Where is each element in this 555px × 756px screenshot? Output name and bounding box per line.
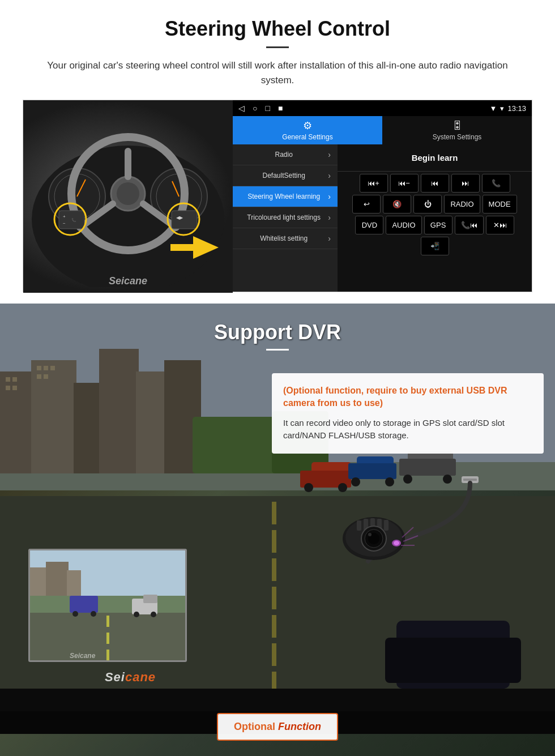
steering-section: Steering Wheel Control Your original car… bbox=[0, 0, 555, 304]
system-settings-icon: 🎛 bbox=[452, 120, 462, 132]
android-statusbar: ◁ ○ □ ■ ▼ ▾ 13:13 bbox=[233, 100, 532, 116]
menu-item-whitelist[interactable]: Whitelist setting › bbox=[233, 228, 338, 249]
control-row-3: DVD AUDIO GPS 📞⏮ ✕⏭ bbox=[340, 216, 530, 234]
general-settings-icon: ⚙ bbox=[303, 119, 312, 132]
optional-function-badge: Optional Function bbox=[217, 713, 338, 741]
ctrl-vol-minus[interactable]: ⏮− bbox=[390, 174, 419, 193]
ctrl-vol-plus[interactable]: ⏮+ bbox=[360, 174, 388, 193]
android-content: Radio › DefaultSetting › Steering Wheel … bbox=[233, 144, 532, 292]
svg-rect-22 bbox=[170, 244, 193, 251]
dvr-camera-thumbnail: Seicane bbox=[28, 549, 187, 662]
svg-rect-68 bbox=[30, 567, 47, 596]
control-row-4: 📲 bbox=[340, 237, 530, 255]
ctrl-mode[interactable]: MODE bbox=[483, 195, 517, 213]
steering-photo-inner: + − 📞 ◀▶ Seicane bbox=[23, 100, 233, 293]
svg-point-82 bbox=[91, 611, 96, 617]
svg-rect-71 bbox=[30, 596, 187, 613]
dvr-title: Support DVR bbox=[214, 321, 341, 344]
dvr-content: Support DVR bbox=[0, 304, 555, 756]
tab-general-label: General Settings bbox=[282, 133, 332, 141]
svg-text:◀▶: ◀▶ bbox=[176, 215, 183, 220]
menu-item-tricoloured[interactable]: Tricoloured light settings › bbox=[233, 207, 338, 228]
function-label: Function bbox=[278, 721, 321, 732]
optional-function-text: Optional Function bbox=[234, 721, 321, 732]
svg-rect-80 bbox=[70, 596, 98, 613]
steering-wheel-svg: + − 📞 ◀▶ bbox=[32, 106, 224, 287]
ctrl-extra[interactable]: 📲 bbox=[421, 237, 449, 255]
menu-tricoloured-chevron-icon: › bbox=[328, 213, 331, 222]
menu-steering-label: Steering Wheel learning bbox=[240, 193, 328, 200]
dvr-description-text: It can record video only to storage in G… bbox=[283, 417, 532, 442]
ctrl-dvd[interactable]: DVD bbox=[355, 216, 383, 234]
nav-back-icon[interactable]: ◁ bbox=[238, 104, 245, 113]
statusbar-nav: ◁ ○ □ ■ bbox=[238, 104, 283, 113]
svg-point-79 bbox=[151, 612, 156, 617]
svg-rect-77 bbox=[143, 595, 157, 603]
menu-item-steering-wheel[interactable]: Steering Wheel learning › bbox=[233, 186, 338, 207]
svg-text:📞: 📞 bbox=[71, 217, 76, 223]
svg-text:Seicane: Seicane bbox=[70, 652, 96, 660]
control-row-2: ↩ 🔇 ⏻ RADIO MODE bbox=[340, 195, 530, 213]
menu-item-radio[interactable]: Radio › bbox=[233, 144, 338, 165]
ctrl-phone[interactable]: 📞 bbox=[482, 174, 510, 193]
optional-label: Optional bbox=[234, 721, 275, 732]
menu-radio-chevron-icon: › bbox=[328, 150, 331, 159]
wifi-icon: ▾ bbox=[500, 104, 504, 113]
ctrl-mute[interactable]: 🔇 bbox=[383, 195, 411, 213]
dvr-main-content: Seicane Seicane (Optional function, requ… bbox=[0, 356, 555, 707]
svg-point-98 bbox=[394, 541, 399, 545]
dvr-seicane-logo: Seicane bbox=[105, 670, 156, 685]
dvr-bottom-area: Optional Function bbox=[0, 707, 555, 756]
svg-rect-70 bbox=[67, 570, 81, 596]
dvr-thumb-svg: Seicane bbox=[30, 550, 187, 662]
menu-radio-label: Radio bbox=[240, 151, 328, 159]
svg-rect-75 bbox=[106, 650, 109, 661]
control-grid: ⏮+ ⏮− ⏮ ⏭ 📞 ↩ 🔇 ⏻ RADIO MODE bbox=[338, 172, 532, 292]
nav-menu-icon[interactable]: ■ bbox=[278, 104, 283, 113]
svg-rect-85 bbox=[463, 479, 477, 481]
tab-general-settings[interactable]: ⚙ General Settings bbox=[233, 116, 382, 144]
android-panel: ◁ ○ □ ■ ▼ ▾ 13:13 ⚙ General Settings bbox=[233, 100, 532, 292]
ctrl-radio[interactable]: RADIO bbox=[444, 195, 480, 213]
ctrl-gps[interactable]: GPS bbox=[424, 216, 452, 234]
title-divider bbox=[266, 46, 289, 48]
begin-learn-button[interactable]: Begin learn bbox=[412, 153, 458, 163]
ctrl-phone-prev[interactable]: 📞⏮ bbox=[455, 216, 484, 234]
begin-learn-area: Begin learn bbox=[338, 144, 532, 172]
svg-text:+: + bbox=[63, 214, 66, 219]
ctrl-hangup[interactable]: ↩ bbox=[352, 195, 381, 213]
dvr-section: Support DVR bbox=[0, 304, 555, 756]
signal-icon: ▼ bbox=[490, 104, 497, 113]
android-right-panel: Begin learn ⏮+ ⏮− ⏮ ⏭ 📞 ↩ bbox=[338, 144, 532, 292]
menu-item-default-setting[interactable]: DefaultSetting › bbox=[233, 165, 338, 186]
svg-rect-92 bbox=[384, 520, 388, 531]
dvr-camera-device bbox=[272, 465, 544, 578]
svg-rect-74 bbox=[106, 633, 109, 644]
tab-system-settings[interactable]: 🎛 System Settings bbox=[382, 116, 532, 144]
svg-point-78 bbox=[134, 612, 139, 617]
ctrl-power[interactable]: ⏻ bbox=[413, 195, 442, 213]
menu-default-label: DefaultSetting bbox=[240, 172, 328, 180]
svg-point-81 bbox=[72, 611, 78, 617]
android-menu: Radio › DefaultSetting › Steering Wheel … bbox=[233, 144, 338, 292]
ctrl-prev-track[interactable]: ⏮ bbox=[421, 174, 449, 193]
ctrl-next-track[interactable]: ⏭ bbox=[451, 174, 480, 193]
steering-photo: + − 📞 ◀▶ Seicane bbox=[23, 100, 233, 293]
svg-rect-17 bbox=[172, 211, 197, 229]
ctrl-audio[interactable]: AUDIO bbox=[386, 216, 421, 234]
nav-home-icon[interactable]: ○ bbox=[253, 104, 257, 113]
time-display: 13:13 bbox=[507, 104, 526, 113]
dvr-info-box: (Optional function, require to buy exter… bbox=[272, 373, 544, 454]
nav-recent-icon[interactable]: □ bbox=[265, 104, 270, 113]
menu-whitelist-label: Whitelist setting bbox=[240, 234, 328, 242]
seicane-watermark: Seicane bbox=[109, 275, 147, 287]
menu-whitelist-chevron-icon: › bbox=[328, 234, 331, 243]
menu-steering-chevron-icon: › bbox=[328, 192, 331, 201]
svg-point-96 bbox=[368, 533, 372, 536]
steering-composite: + − 📞 ◀▶ Seicane bbox=[23, 100, 532, 292]
section-description: Your original car's steering wheel contr… bbox=[34, 58, 521, 87]
dvr-right-panel: (Optional function, require to buy exter… bbox=[261, 368, 555, 590]
ctrl-phone-next[interactable]: ✕⏭ bbox=[486, 216, 514, 234]
dvr-optional-text: (Optional function, require to buy exter… bbox=[283, 385, 532, 410]
svg-text:−: − bbox=[63, 221, 66, 226]
